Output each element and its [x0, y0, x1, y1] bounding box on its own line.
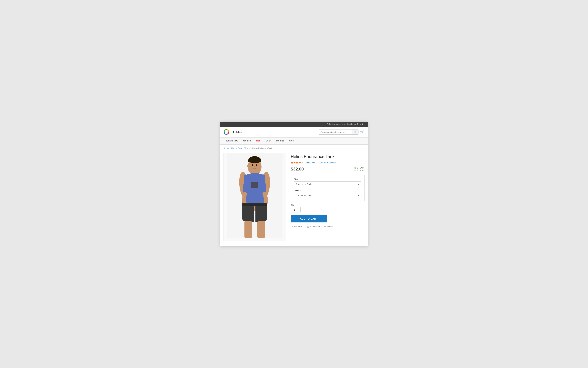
svg-rect-14	[242, 203, 267, 206]
email-link[interactable]: ✉ EMAIL	[324, 225, 333, 228]
search-button[interactable]: 🔍	[352, 129, 358, 135]
wishlist-link[interactable]: ♡ WISHLIST	[291, 225, 304, 228]
stock-status: IN STOCK	[353, 166, 365, 169]
add-to-cart-button[interactable]: Add to Cart	[291, 215, 327, 222]
breadcrumb-home[interactable]: Home	[223, 147, 229, 149]
or-text: or	[354, 123, 356, 125]
sku-label: SKU#:	[353, 169, 359, 172]
star-5: ★	[301, 161, 303, 164]
nav-training[interactable]: Training	[273, 138, 287, 144]
breadcrumb-sep-3: ›	[243, 147, 244, 149]
product-price: $32.00	[291, 166, 304, 172]
qty-label: Qty	[291, 204, 365, 206]
ratings-row: ★ ★ ★ ★ ★ 4 Reviews Add Your Review	[291, 161, 365, 164]
wishlist-label: WISHLIST	[294, 226, 304, 228]
color-option-group: Color * Choose an Option... Blue Gray Bl…	[294, 189, 361, 198]
add-review-link[interactable]: Add Your Review	[319, 161, 335, 164]
cart-icon[interactable]: 🛒	[360, 130, 365, 134]
svg-point-18	[256, 165, 257, 166]
logo-text: LUMA	[231, 130, 242, 134]
breadcrumb: Home › Men › Tops › Tanks › Helios Endur…	[223, 147, 365, 149]
nav-whats-new[interactable]: What's New	[223, 138, 240, 144]
sku: SKU#: MT04	[353, 169, 365, 172]
search-box: 🔍	[319, 129, 359, 135]
breadcrumb-sep-1: ›	[230, 147, 230, 149]
email-label: EMAIL	[327, 226, 333, 228]
breadcrumb-tanks[interactable]: Tanks	[245, 147, 249, 149]
header-right: 🔍 🛒	[319, 129, 365, 135]
nav-sale[interactable]: Sale	[287, 138, 296, 144]
svg-rect-5	[248, 160, 261, 162]
svg-point-17	[252, 165, 253, 166]
product-section: Helios Endurance Tank ★ ★ ★ ★ ★ 4 Review…	[223, 153, 365, 241]
product-image	[227, 153, 283, 238]
compare-icon: ☷	[307, 225, 309, 228]
search-input[interactable]	[319, 130, 352, 134]
svg-rect-10	[256, 173, 259, 175]
svg-rect-9	[251, 173, 254, 175]
product-info: Helios Endurance Tank ★ ★ ★ ★ ★ 4 Review…	[291, 153, 365, 241]
product-image-area	[223, 153, 286, 241]
stock-info: IN STOCK SKU#: MT04	[353, 166, 365, 172]
price-stock-row: $32.00 IN STOCK SKU#: MT04	[291, 166, 365, 172]
product-title: Helios Endurance Tank	[291, 154, 365, 159]
svg-rect-11	[251, 182, 258, 188]
star-rating: ★ ★ ★ ★ ★	[291, 161, 303, 164]
breadcrumb-men[interactable]: Men	[231, 147, 235, 149]
svg-rect-16	[257, 221, 265, 238]
wishlist-icon: ♡	[291, 225, 293, 228]
star-3: ★	[296, 161, 298, 164]
logo[interactable]: LUMA	[223, 129, 242, 135]
color-required: *	[300, 189, 301, 192]
color-label: Color *	[294, 189, 361, 192]
main-nav: What's New Women Men Gear Training Sale	[220, 137, 368, 145]
logo-icon	[223, 129, 229, 135]
compare-link[interactable]: ☷ COMPARE	[307, 225, 321, 228]
nav-men[interactable]: Men	[254, 138, 263, 144]
breadcrumb-sep-2: ›	[236, 147, 237, 149]
sku-value: MT04	[360, 169, 365, 172]
reviews-link[interactable]: 4 Reviews	[305, 161, 315, 164]
content-area: Home › Men › Tops › Tanks › Helios Endur…	[220, 145, 368, 246]
breadcrumb-current: Helios Endurance Tank	[252, 147, 272, 149]
top-bar: Default welcome msg! Log In or Register	[220, 122, 368, 127]
login-link[interactable]: Log In	[347, 123, 353, 125]
email-icon: ✉	[324, 225, 326, 228]
size-label: Size *	[294, 178, 361, 181]
action-links: ♡ WISHLIST ☷ COMPARE ✉ EMAIL	[291, 225, 365, 228]
size-option-group: Size * Choose an Option... XS S M L XL	[294, 178, 361, 187]
breadcrumb-tops[interactable]: Tops	[238, 147, 242, 149]
nav-women[interactable]: Women	[240, 138, 254, 144]
star-1: ★	[291, 161, 293, 164]
size-required: *	[299, 178, 299, 181]
qty-row: Qty	[291, 204, 365, 212]
welcome-message: Default welcome msg!	[327, 123, 346, 125]
options-box: Size * Choose an Option... XS S M L XL	[291, 175, 365, 201]
svg-rect-15	[245, 221, 252, 238]
breadcrumb-sep-4: ›	[251, 147, 251, 149]
color-select[interactable]: Choose an Option... Blue Gray Black	[294, 193, 361, 198]
qty-input[interactable]	[291, 207, 301, 212]
nav-gear[interactable]: Gear	[263, 138, 273, 144]
browser-window: Default welcome msg! Log In or Register …	[220, 122, 368, 246]
compare-label: COMPARE	[310, 226, 321, 228]
register-link[interactable]: Register	[357, 123, 365, 125]
svg-point-19	[247, 165, 249, 168]
site-header: LUMA 🔍 🛒	[220, 127, 368, 137]
star-4: ★	[299, 161, 301, 164]
search-icon: 🔍	[354, 131, 357, 133]
size-select[interactable]: Choose an Option... XS S M L XL	[294, 182, 361, 187]
star-2: ★	[293, 161, 296, 164]
